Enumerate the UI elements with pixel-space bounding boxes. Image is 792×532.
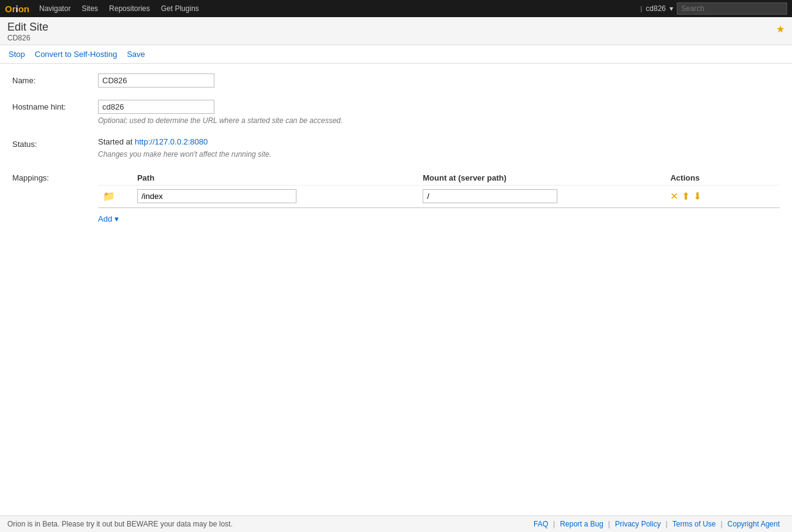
footer-copyright[interactable]: Copyright Agent <box>723 520 785 528</box>
nav-links: Navigator Sites Repositories Get Plugins <box>34 3 640 14</box>
nav-sites[interactable]: Sites <box>77 3 103 14</box>
hostname-label: Hostname hint: <box>12 100 98 111</box>
footer-report-bug[interactable]: Report a Bug <box>555 520 608 528</box>
user-dropdown-icon[interactable]: ▾ <box>669 4 673 13</box>
col-mount-header: Mount at (server path) <box>418 171 665 185</box>
status-text: Started at http://127.0.0.2:8080 <box>98 137 780 146</box>
status-url-link[interactable]: http://127.0.0.2:8080 <box>135 137 208 146</box>
move-down-icon[interactable]: ⬇ <box>693 190 701 202</box>
move-up-icon[interactable]: ⬆ <box>682 190 690 202</box>
hostname-row: Hostname hint: Optional; used to determi… <box>12 100 780 125</box>
stop-button[interactable]: Stop <box>5 48 29 60</box>
status-label: Status: <box>12 137 98 149</box>
toolbar: Stop Convert to Self-Hosting Save <box>0 45 792 64</box>
hostname-field: Optional; used to determine the URL wher… <box>98 100 780 125</box>
mappings-table: Path Mount at (server path) Actions 📁 <box>98 171 780 208</box>
status-field: Started at http://127.0.0.2:8080 Changes… <box>98 137 780 159</box>
favorite-star-icon[interactable]: ★ <box>776 23 785 35</box>
footer-terms[interactable]: Terms of Use <box>668 520 721 528</box>
mappings-label: Mappings: <box>12 171 98 182</box>
nav-repositories[interactable]: Repositories <box>104 3 155 14</box>
mappings-row: Mappings: Path Mount at (server path) Ac… <box>12 171 780 226</box>
delete-icon[interactable]: ✕ <box>670 190 678 202</box>
path-cell <box>132 185 418 208</box>
mount-cell <box>418 185 665 208</box>
user-name[interactable]: cd826 <box>646 4 666 13</box>
name-label: Name: <box>12 73 98 85</box>
page-header: ★ Edit Site CD826 <box>0 17 792 45</box>
user-area: | cd826 ▾ <box>640 2 787 15</box>
orion-logo: Orion <box>5 4 29 14</box>
topbar: Orion Navigator Sites Repositories Get P… <box>0 0 792 17</box>
footer-links: FAQ | Report a Bug | Privacy Policy | Te… <box>529 520 785 528</box>
status-prefix: Started at <box>98 137 135 146</box>
footer: Orion is in Beta. Please try it out but … <box>0 515 792 532</box>
name-field <box>98 73 780 88</box>
action-icons: ✕ ⬆ ⬇ <box>670 190 775 202</box>
mount-input[interactable] <box>423 189 557 203</box>
status-row: Status: Started at http://127.0.0.2:8080… <box>12 137 780 159</box>
add-mapping-button[interactable]: Add ▾ <box>98 212 124 226</box>
actions-cell: ✕ ⬆ ⬇ <box>665 185 780 208</box>
path-input[interactable] <box>137 189 296 203</box>
folder-icon: 📁 <box>103 191 115 201</box>
orion-logo-highlight: Or <box>5 4 16 14</box>
status-warning: Changes you make here won't affect the r… <box>98 150 780 159</box>
row-icon-cell: 📁 <box>98 185 132 208</box>
convert-button[interactable]: Convert to Self-Hosting <box>31 48 121 60</box>
mappings-content: Path Mount at (server path) Actions 📁 <box>98 171 780 226</box>
hostname-input[interactable] <box>98 100 214 114</box>
col-icon-header <box>98 171 132 185</box>
footer-beta-text: Orion is in Beta. Please try it out but … <box>7 520 233 528</box>
footer-faq[interactable]: FAQ <box>529 520 553 528</box>
mapping-separator-row <box>98 208 780 208</box>
footer-privacy[interactable]: Privacy Policy <box>610 520 666 528</box>
table-row: 📁 ✕ ⬆ ⬇ <box>98 185 780 208</box>
col-actions-header: Actions <box>665 171 780 185</box>
nav-get-plugins[interactable]: Get Plugins <box>156 3 204 14</box>
page-title: Edit Site <box>7 21 785 34</box>
hostname-hint: Optional; used to determine the URL wher… <box>98 116 780 125</box>
name-input[interactable] <box>98 73 214 88</box>
name-row: Name: <box>12 73 780 88</box>
nav-navigator[interactable]: Navigator <box>34 3 75 14</box>
main-content: Name: Hostname hint: Optional; used to d… <box>0 64 792 515</box>
col-path-header: Path <box>132 171 418 185</box>
save-button[interactable]: Save <box>123 48 149 60</box>
page-subtitle: CD826 <box>7 34 785 42</box>
search-input[interactable] <box>677 2 787 15</box>
